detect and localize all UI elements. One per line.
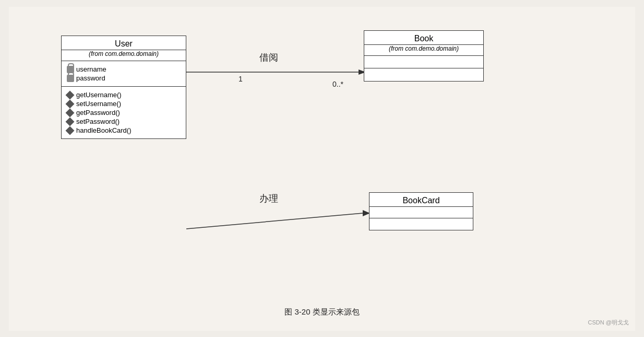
svg-line-2 (186, 213, 363, 229)
attr-password-text: password (76, 74, 105, 82)
diagram-container: User (from com.demo.domain) username pas… (9, 7, 635, 331)
method-getusername: getUsername() (67, 91, 181, 99)
user-class-name: User (62, 36, 186, 50)
book-class-attributes (364, 56, 483, 68)
borrow-label: 借阅 (259, 51, 278, 64)
method-setpassword: setPassword() (67, 118, 181, 125)
attr-password: password (67, 74, 181, 82)
lock-icon-password (67, 75, 74, 82)
book-class-name: Book (364, 31, 483, 45)
book-class: Book (from com.demo.domain) (364, 30, 484, 82)
diagram-caption: 图 3-20 类显示来源包 (284, 307, 359, 317)
user-class-package: (from com.demo.domain) (62, 50, 186, 61)
user-class-methods: getUsername() setUsername() getPassword(… (62, 87, 186, 138)
watermark: CSDN @明戈戈 (588, 319, 629, 327)
method-getusername-text: getUsername() (76, 91, 122, 99)
method-handlebookcard-text: handleBookCard() (76, 126, 132, 134)
handle-label: 办理 (259, 192, 278, 205)
diamond-icon-2 (66, 99, 75, 108)
diagram-area: User (from com.demo.domain) username pas… (35, 20, 609, 302)
method-handlebookcard: handleBookCard() (67, 126, 181, 134)
method-getpassword-text: getPassword() (76, 109, 120, 117)
bookcard-class-attributes (369, 207, 473, 218)
multiplicity-source: 1 (238, 75, 243, 83)
bookcard-class-methods (369, 218, 473, 230)
bookcard-class: BookCard (369, 192, 473, 230)
diamond-icon-1 (66, 90, 75, 99)
diamond-icon-5 (66, 126, 75, 135)
multiplicity-target: 0..* (332, 80, 343, 88)
attr-username: username (67, 65, 181, 73)
book-class-methods (364, 68, 483, 81)
diamond-icon-4 (66, 117, 75, 126)
book-class-package: (from com.demo.domain) (364, 45, 483, 56)
bookcard-class-name: BookCard (369, 193, 473, 207)
method-setusername-text: setUsername() (76, 100, 121, 108)
user-class-attributes: username password (62, 61, 186, 87)
method-setpassword-text: setPassword() (76, 118, 120, 125)
attr-username-text: username (76, 65, 106, 73)
method-setusername: setUsername() (67, 100, 181, 108)
diamond-icon-3 (66, 108, 75, 117)
user-class: User (from com.demo.domain) username pas… (61, 36, 186, 139)
method-getpassword: getPassword() (67, 109, 181, 117)
